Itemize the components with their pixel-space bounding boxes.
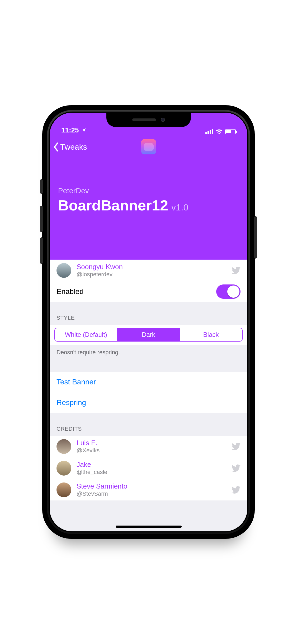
location-icon xyxy=(81,128,86,133)
credit-row[interactable]: Jake @the_casle xyxy=(50,457,247,479)
enabled-row: Enabled xyxy=(50,281,247,302)
author-name: Soongyu Kwon xyxy=(77,263,226,271)
enabled-toggle[interactable] xyxy=(216,284,241,299)
front-camera xyxy=(161,118,165,122)
credit-handle: @Xeviks xyxy=(77,447,226,454)
avatar xyxy=(56,482,71,497)
author-row[interactable]: Soongyu Kwon @iospeterdev xyxy=(50,260,247,281)
style-section-footer: Deosn't require respring. xyxy=(50,345,247,362)
app-icon xyxy=(141,139,156,154)
mute-switch xyxy=(40,179,43,194)
battery-icon xyxy=(225,129,236,134)
twitter-icon xyxy=(232,464,241,472)
status-time: 11:25 xyxy=(61,126,79,134)
style-option-dark[interactable]: Dark xyxy=(117,328,180,341)
test-banner-button[interactable]: Test Banner xyxy=(50,372,247,392)
wifi-icon xyxy=(216,129,223,134)
twitter-icon xyxy=(232,267,241,274)
style-segmented-control[interactable]: White (Default) Dark Black xyxy=(54,328,243,342)
avatar xyxy=(56,439,71,454)
developer-name: PeterDev xyxy=(58,187,239,195)
credit-name: Jake xyxy=(77,461,226,469)
volume-up-button xyxy=(40,206,43,232)
respring-button[interactable]: Respring xyxy=(50,392,247,413)
back-label: Tweaks xyxy=(60,142,87,151)
home-indicator[interactable] xyxy=(116,526,182,528)
credits-section-header: Credits xyxy=(50,413,247,436)
style-option-black[interactable]: Black xyxy=(180,328,242,341)
tweak-header: 11:25 xyxy=(50,113,247,260)
speaker-grille xyxy=(132,118,156,121)
cellular-signal-icon xyxy=(205,129,213,134)
credit-name: Steve Sarmiento xyxy=(77,482,226,490)
enabled-label: Enabled xyxy=(56,287,84,296)
credit-row[interactable]: Luis E. @Xeviks xyxy=(50,436,247,457)
credit-name: Luis E. xyxy=(77,439,226,447)
style-option-white[interactable]: White (Default) xyxy=(55,328,117,341)
style-section-header: Style xyxy=(50,302,247,325)
avatar xyxy=(56,461,71,476)
device-frame: 11:25 xyxy=(0,0,297,644)
twitter-icon xyxy=(232,486,241,494)
tweak-version: v1.0 xyxy=(171,202,188,213)
power-button xyxy=(254,216,257,259)
volume-down-button xyxy=(40,237,43,264)
author-handle: @iospeterdev xyxy=(77,271,226,278)
credit-handle: @StevSarm xyxy=(77,490,226,497)
phone-body: 11:25 xyxy=(42,105,255,539)
back-button[interactable]: Tweaks xyxy=(52,142,87,152)
credit-row[interactable]: Steve Sarmiento @StevSarm xyxy=(50,479,247,500)
notch xyxy=(106,113,191,127)
avatar xyxy=(56,263,71,278)
credit-handle: @the_casle xyxy=(77,469,226,476)
screen: 11:25 xyxy=(50,113,247,531)
twitter-icon xyxy=(232,443,241,450)
tweak-name: BoardBanner12 xyxy=(58,197,168,214)
